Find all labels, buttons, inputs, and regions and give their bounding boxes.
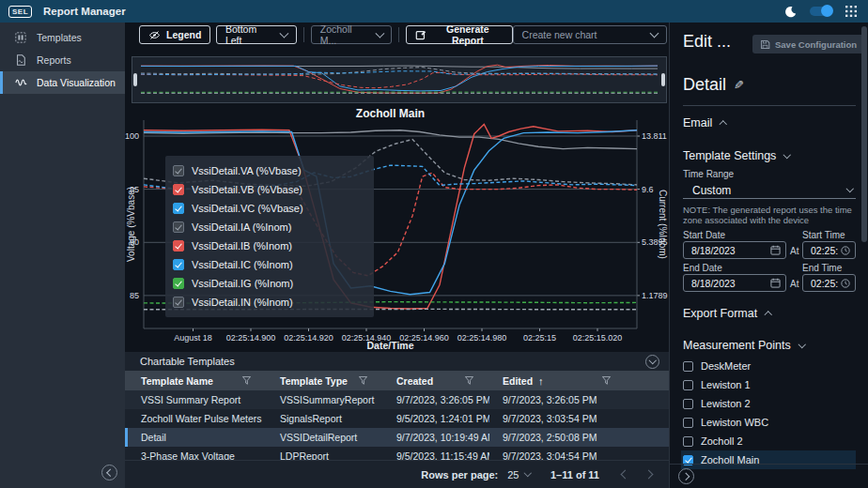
- filter-icon[interactable]: [242, 376, 264, 385]
- previous-page-icon[interactable]: [621, 470, 630, 480]
- sidebar-item-data-visualization[interactable]: Data Visualization: [0, 71, 125, 94]
- calendar-icon[interactable]: [770, 245, 781, 255]
- table-body: VSSI Summary ReportVSSISummaryReport9/7/…: [125, 390, 669, 460]
- table-section-header: Chartable Templates: [125, 352, 669, 371]
- dark-mode-toggle[interactable]: [810, 7, 832, 16]
- column-header-template-type[interactable]: Template Type: [264, 375, 380, 387]
- legend-checkbox[interactable]: [173, 221, 184, 233]
- page-range: 1–11 of 11: [550, 469, 599, 480]
- end-time-input[interactable]: 02:25:: [802, 274, 856, 292]
- x-axis-label: Date/Time: [144, 340, 637, 351]
- time-range-label: Time Range: [683, 169, 734, 179]
- panel-expand-button[interactable]: [678, 468, 694, 484]
- templates-icon: [15, 32, 27, 43]
- column-header-edited[interactable]: Edited↑: [487, 375, 669, 387]
- legend-item[interactable]: VssiDetail.VB (%Vbase): [173, 180, 366, 199]
- start-time-input[interactable]: 02:25:: [802, 241, 856, 259]
- checkbox[interactable]: [683, 436, 693, 447]
- chart-select[interactable]: Zocholl M...: [311, 25, 392, 44]
- start-time-label: Start Time: [802, 230, 845, 240]
- legend-checkbox[interactable]: [173, 278, 184, 289]
- checkbox[interactable]: [683, 361, 693, 372]
- table-row[interactable]: 3-Phase Max VoltageLDPReport9/5/2023, 11…: [125, 447, 669, 460]
- filter-icon[interactable]: [602, 376, 669, 385]
- panel-scrollbar[interactable]: [861, 26, 867, 242]
- legend-label: VssiDetail.IC (%Inom): [192, 259, 293, 270]
- table-row[interactable]: Zocholl Water Pulse MetersSignalsReport9…: [125, 409, 669, 428]
- next-page-icon[interactable]: [644, 470, 654, 480]
- time-range-select[interactable]: Custom: [683, 182, 856, 199]
- section-measurement-points[interactable]: Measurement Points: [683, 339, 804, 352]
- chartable-templates-section: Chartable Templates Template NameTemplat…: [125, 352, 669, 460]
- table-row[interactable]: DetailVSSIDetailReport9/7/2023, 10:19:49…: [125, 428, 669, 447]
- svg-text:9.6: 9.6: [642, 185, 654, 194]
- generate-report-button[interactable]: Generate Report: [406, 25, 512, 44]
- legend-checkbox[interactable]: [173, 165, 184, 176]
- column-header-created[interactable]: Created: [380, 375, 487, 387]
- range-handle-left[interactable]: [133, 73, 137, 86]
- filter-icon[interactable]: [465, 376, 487, 385]
- chart-overview-range-selector[interactable]: [132, 56, 667, 103]
- range-handle-right[interactable]: [661, 73, 665, 86]
- legend-item[interactable]: VssiDetail.IG (%Inom): [173, 274, 366, 293]
- save-configuration-button[interactable]: Save Configuration: [752, 35, 864, 53]
- table-row[interactable]: VSSI Summary ReportVSSISummaryReport9/7/…: [125, 390, 669, 409]
- legend-position-select[interactable]: Bottom Left: [216, 25, 297, 44]
- sidebar-collapse-button[interactable]: [101, 465, 117, 480]
- table-pagination: Rows per page: 25 1–11 of 11: [125, 460, 669, 488]
- legend-label: VssiDetail.IA (%Inom): [192, 221, 291, 233]
- start-date-input[interactable]: 8/18/2023: [683, 241, 786, 259]
- legend-toggle-button[interactable]: Legend: [139, 25, 210, 44]
- chart-toolbar: Legend Bottom Left Zocholl M... Generate…: [125, 24, 669, 45]
- measurement-point-lewiston-1[interactable]: Lewiston 1: [681, 375, 856, 394]
- checkbox[interactable]: [683, 380, 693, 390]
- edit-pencil-icon[interactable]: ✎: [734, 78, 744, 92]
- section-collapse-icon[interactable]: [645, 355, 659, 369]
- overview-chart: [132, 57, 666, 102]
- legend-checkbox[interactable]: [173, 240, 184, 252]
- create-new-chart-select[interactable]: Create new chart: [513, 25, 667, 44]
- clock-icon[interactable]: [841, 246, 850, 255]
- sidebar-item-templates[interactable]: Templates: [0, 26, 125, 49]
- clock-icon[interactable]: [841, 279, 850, 288]
- measurement-point-lewiston-2[interactable]: Lewiston 2: [681, 394, 856, 413]
- measurement-point-zocholl-2[interactable]: Zocholl 2: [681, 432, 856, 450]
- section-export-format[interactable]: Export Format: [683, 307, 771, 320]
- filter-icon[interactable]: [359, 376, 380, 385]
- legend-checkbox[interactable]: [173, 184, 184, 195]
- end-date-label: End Date: [683, 263, 722, 273]
- dark-mode-moon-icon: [784, 6, 797, 18]
- sidebar: TemplatesReportsData Visualization: [0, 23, 126, 488]
- end-date-input[interactable]: 8/18/2023: [683, 274, 786, 292]
- data-visualization-icon: [15, 78, 27, 87]
- save-icon: [760, 39, 770, 50]
- sidebar-nav: TemplatesReportsData Visualization: [0, 23, 125, 94]
- y-axis-left-label: Voltage (%Vbase): [125, 120, 136, 328]
- legend-item[interactable]: VssiDetail.VC (%Vbase): [173, 199, 366, 218]
- legend-item[interactable]: VssiDetail.IA (%Inom): [173, 218, 366, 236]
- sort-ascending-icon: ↑: [538, 375, 544, 387]
- measurement-point-lewiston-wbc[interactable]: Lewiston WBC: [681, 413, 856, 432]
- legend-checkbox[interactable]: [173, 259, 184, 270]
- legend-checkbox[interactable]: [173, 203, 184, 214]
- rows-per-page-select[interactable]: 25: [507, 469, 530, 480]
- section-template-settings[interactable]: Template Settings: [683, 149, 790, 162]
- column-header-template-name[interactable]: Template Name: [125, 375, 264, 387]
- chevron-down-icon: [375, 29, 384, 38]
- calendar-icon[interactable]: [770, 278, 781, 288]
- sidebar-item-reports[interactable]: Reports: [0, 49, 125, 71]
- app-grid-icon[interactable]: [845, 6, 857, 17]
- legend-item[interactable]: VssiDetail.IN (%Inom): [173, 293, 366, 312]
- legend-item[interactable]: VssiDetail.IB (%Inom): [173, 236, 366, 255]
- checkbox[interactable]: [683, 399, 693, 409]
- checkbox[interactable]: [683, 418, 693, 428]
- section-email[interactable]: Email: [683, 116, 726, 130]
- legend-item[interactable]: VssiDetail.VA (%Vbase): [173, 161, 366, 180]
- legend-checkbox[interactable]: [173, 297, 184, 308]
- chevron-up-icon: [720, 121, 727, 129]
- chevron-down-icon: [845, 185, 853, 192]
- measurement-point-deskmeter[interactable]: DeskMeter: [681, 357, 856, 375]
- legend-label: VssiDetail.IG (%Inom): [192, 278, 293, 289]
- legend-item[interactable]: VssiDetail.IC (%Inom): [173, 255, 366, 274]
- eye-off-icon: [148, 30, 161, 40]
